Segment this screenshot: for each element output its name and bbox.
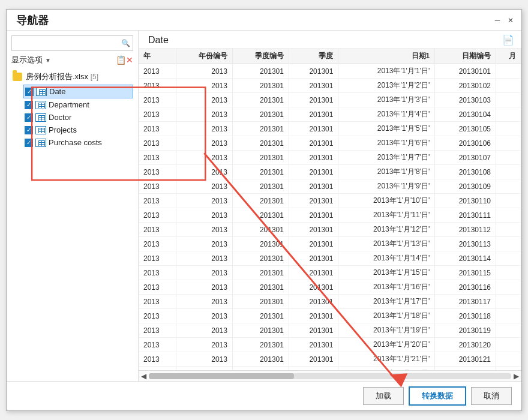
preview-export-icon[interactable]: 📄 — [502, 34, 514, 46]
table-row: 201320132013012013012013年'1'月'19'日'20130… — [139, 323, 521, 338]
item-label-department: Department — [49, 100, 89, 109]
checkbox-projects[interactable]: ✓ — [25, 126, 33, 134]
display-options-arrow-icon: ▼ — [45, 57, 51, 64]
table-row: 201320132013012013012013年'1'月'16'日'20130… — [139, 280, 521, 295]
table-row: 201320132013012013012013年'1'月'11'日'20130… — [139, 208, 521, 223]
table-body: 201320132013012013012013年'1'月'1'日'201301… — [139, 64, 521, 371]
table-row: 201320132013012013012013年'1'月'5'日'201301… — [139, 122, 521, 136]
minimize-button[interactable]: ─ — [493, 16, 502, 25]
table-item-department[interactable]: ✓ Department — [23, 98, 133, 111]
table-item-date[interactable]: ✓ Date — [23, 85, 133, 98]
item-label-doctor: Doctor — [49, 113, 71, 122]
table-row: 201320132013012013012013年'1'月'8'日'201301… — [139, 165, 521, 179]
table-icon-doctor — [35, 113, 46, 122]
checkbox-purchase-costs[interactable]: ✓ — [25, 139, 33, 147]
window-controls: ─ ✕ — [493, 16, 515, 25]
search-input[interactable] — [14, 39, 121, 47]
window-title: 导航器 — [16, 13, 49, 28]
table-row: 201320132013012013012013年'1'月'12'日'20130… — [139, 223, 521, 237]
title-bar: 导航器 ─ ✕ — [7, 10, 521, 31]
table-row: 201320132013012013012013年'1'月'1'日'201301… — [139, 64, 521, 79]
display-options-row[interactable]: 显示选项 ▼ 📋✕ — [11, 55, 133, 65]
scrollbar-track[interactable] — [149, 373, 511, 379]
scrollbar-thumb[interactable] — [149, 373, 294, 379]
table-row: 201320132013012013012013年'1'月'2'日'201301… — [139, 79, 521, 93]
table-header-row: 年 年份编号 季度编号 季度 日期1 日期编号 月 — [139, 49, 521, 64]
data-table: 年 年份编号 季度编号 季度 日期1 日期编号 月 20132013201301… — [139, 49, 521, 370]
col-header-year-num: 年份编号 — [176, 49, 232, 64]
table-icon-date — [36, 88, 47, 96]
checkbox-date[interactable]: ✓ — [25, 88, 34, 96]
checkbox-department[interactable]: ✓ — [25, 101, 33, 109]
table-icon-purchase-costs — [35, 139, 46, 147]
table-items-list: ✓ Date ✓ Department ✓ Doctor — [11, 85, 133, 149]
navigator-window: 导航器 ─ ✕ 🔍 显示选项 ▼ 📋✕ — [6, 9, 522, 411]
horizontal-scrollbar[interactable]: ◀ ▶ — [139, 370, 521, 381]
display-options-label: 显示选项 — [11, 55, 43, 65]
table-icon-projects — [35, 126, 46, 134]
left-panel: 🔍 显示选项 ▼ 📋✕ 房例分析报告.xlsx [5] — [7, 31, 139, 381]
table-row: 201320132013012013012013年'1'月'6'日'201301… — [139, 136, 521, 151]
search-icon: 🔍 — [121, 39, 130, 47]
main-content: 🔍 显示选项 ▼ 📋✕ 房例分析报告.xlsx [5] — [7, 31, 521, 381]
transform-button[interactable]: 转换数据 — [409, 386, 466, 406]
table-row: 201320132013012013012013年'1'月'18'日'20130… — [139, 309, 521, 323]
file-name: 房例分析报告.xlsx [5] — [26, 71, 98, 82]
folder-node[interactable]: 房例分析报告.xlsx [5] — [11, 70, 133, 83]
table-row: 201320132013012013012013年'1'月'17'日'20130… — [139, 295, 521, 309]
table-row: 201320132013012013012013年'1'月'15'日'20130… — [139, 266, 521, 280]
col-header-month: 月 — [496, 49, 521, 64]
table-row: 201320132013012013012013年'1'月'20'日'20130… — [139, 338, 521, 352]
col-header-date-code: 日期编号 — [435, 49, 496, 64]
col-header-year: 年 — [139, 49, 176, 64]
table-item-purchase-costs[interactable]: ✓ Purchase costs — [23, 136, 133, 149]
table-row: 201320132013012013012013年'1'月'9'日'201301… — [139, 179, 521, 194]
right-panel: Date 📄 年 年份编号 季度编号 季度 日期1 日期编号 月 — [139, 31, 521, 381]
item-label-purchase-costs: Purchase costs — [49, 138, 102, 147]
item-label-date: Date — [49, 87, 65, 96]
table-row: 201320132013012013012013年'1'月'4'日'201301… — [139, 107, 521, 122]
table-row: 201320132013012013012013年'1'月'10'日'20130… — [139, 194, 521, 208]
display-options-action-icon[interactable]: 📋✕ — [116, 55, 133, 65]
table-icon-department — [35, 101, 46, 109]
close-button[interactable]: ✕ — [506, 16, 515, 25]
scroll-right-icon[interactable]: ▶ — [511, 372, 521, 380]
table-row: 201320132013012013012013年'1'月'3'日'201301… — [139, 93, 521, 107]
search-box[interactable]: 🔍 — [11, 35, 133, 51]
table-row: 201320132013012013012013年'1'月'21'日'20130… — [139, 352, 521, 367]
load-button[interactable]: 加载 — [363, 387, 404, 405]
cancel-button[interactable]: 取消 — [471, 387, 512, 405]
footer: 加载 转换数据 取消 — [7, 381, 521, 410]
table-item-projects[interactable]: ✓ Projects — [23, 124, 133, 136]
col-header-quarter-num: 季度编号 — [232, 49, 289, 64]
scroll-left-icon[interactable]: ◀ — [139, 372, 149, 380]
file-tree: 房例分析报告.xlsx [5] ✓ Date ✓ — [11, 70, 133, 376]
preview-title: Date — [148, 35, 169, 46]
data-table-container[interactable]: 年 年份编号 季度编号 季度 日期1 日期编号 月 20132013201301… — [139, 49, 521, 370]
table-row: 201320132013012013012013年'1'月'7'日'201301… — [139, 151, 521, 165]
table-row: 201320132013012013012013年'1'月'13'日'20130… — [139, 237, 521, 251]
table-row: 201320132013012013012013年'1'月'14'日'20130… — [139, 251, 521, 266]
preview-header: Date 📄 — [139, 31, 521, 49]
col-header-date1: 日期1 — [338, 49, 435, 64]
checkbox-doctor[interactable]: ✓ — [25, 113, 33, 122]
col-header-quarter: 季度 — [289, 49, 338, 64]
table-item-doctor[interactable]: ✓ Doctor — [23, 111, 133, 124]
folder-icon — [13, 73, 22, 81]
item-label-projects: Projects — [49, 125, 77, 134]
